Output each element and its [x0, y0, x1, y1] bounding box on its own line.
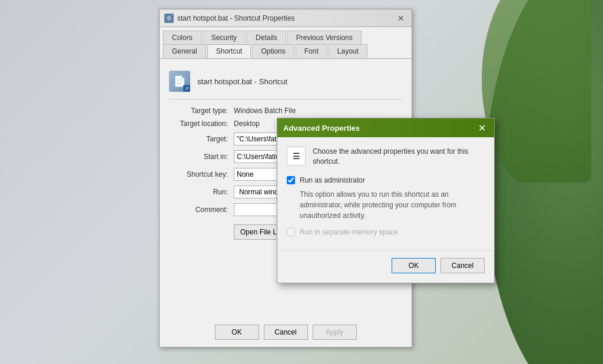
shortcut-display-name: start hotspot.bat - Shortcut — [197, 77, 287, 86]
tab-colors[interactable]: Colors — [163, 31, 201, 44]
run-as-admin-checkbox[interactable] — [287, 176, 295, 184]
dialog-header-row: ☰ Choose the advanced properties you wan… — [287, 147, 485, 167]
dialog-body: ☰ Choose the advanced properties you wan… — [277, 137, 494, 250]
apply-button[interactable]: Apply — [313, 325, 357, 340]
tab-layout[interactable]: Layout — [329, 44, 367, 58]
window-close-button[interactable]: ✕ — [395, 12, 407, 24]
dialog-close-button[interactable]: ✕ — [475, 121, 488, 134]
tab-font[interactable]: Font — [296, 44, 327, 58]
tab-general[interactable]: General — [163, 44, 206, 58]
dialog-footer: OK Cancel — [277, 250, 494, 283]
run-separate-checkbox[interactable] — [287, 228, 295, 236]
run-as-admin-row: Run as administrator — [287, 176, 485, 184]
target-type-label: Target type: — [169, 107, 234, 115]
tab-previous-versions[interactable]: Previous Versions — [287, 31, 362, 44]
window-icon: ⚙ — [164, 14, 174, 23]
tab-shortcut[interactable]: Shortcut — [207, 44, 251, 58]
window-title: start hotspot.bat - Shortcut Properties — [177, 14, 395, 22]
run-separate-row: Run in separate memory space — [287, 228, 485, 236]
dialog-description: Choose the advanced properties you want … — [313, 147, 485, 167]
target-type-row: Target type: Windows Batch File — [169, 107, 402, 115]
shortcut-file-icon: 📄 — [169, 71, 190, 92]
dialog-title: Advanced Properties — [283, 124, 475, 133]
target-type-value: Windows Batch File — [234, 107, 296, 115]
dialog-titlebar: Advanced Properties ✕ — [277, 118, 494, 137]
run-separate-label: Run in separate memory space — [300, 228, 398, 236]
target-label: Target: — [169, 135, 234, 143]
option-description: This option allows you to run this short… — [300, 189, 485, 221]
shortcut-header: 📄 start hotspot.bat - Shortcut — [169, 66, 402, 100]
tab-details[interactable]: Details — [247, 31, 286, 44]
comment-label: Comment: — [169, 206, 234, 214]
ok-button[interactable]: OK — [215, 325, 259, 340]
tabs-row1: Colors Security Details Previous Version… — [160, 27, 412, 44]
cancel-button[interactable]: Cancel — [264, 325, 308, 340]
tab-options[interactable]: Options — [252, 44, 294, 58]
target-location-label: Target location: — [169, 120, 234, 128]
dialog-ok-button[interactable]: OK — [392, 258, 436, 273]
window-titlebar: ⚙ start hotspot.bat - Shortcut Propertie… — [160, 9, 412, 27]
bottom-buttons: OK Cancel Apply — [160, 325, 412, 340]
target-location-value: Desktop — [234, 120, 260, 128]
run-as-admin-label: Run as administrator — [300, 176, 365, 184]
dialog-properties-icon: ☰ — [287, 147, 306, 166]
start-in-label: Start in: — [169, 153, 234, 161]
tab-security[interactable]: Security — [203, 31, 246, 44]
run-label: Run: — [169, 188, 234, 196]
advanced-properties-dialog: Advanced Properties ✕ ☰ Choose the advan… — [277, 118, 495, 283]
dialog-cancel-button[interactable]: Cancel — [440, 258, 485, 273]
shortcut-key-label: Shortcut key: — [169, 170, 234, 178]
tabs-row2: General Shortcut Options Font Layout — [160, 44, 412, 59]
